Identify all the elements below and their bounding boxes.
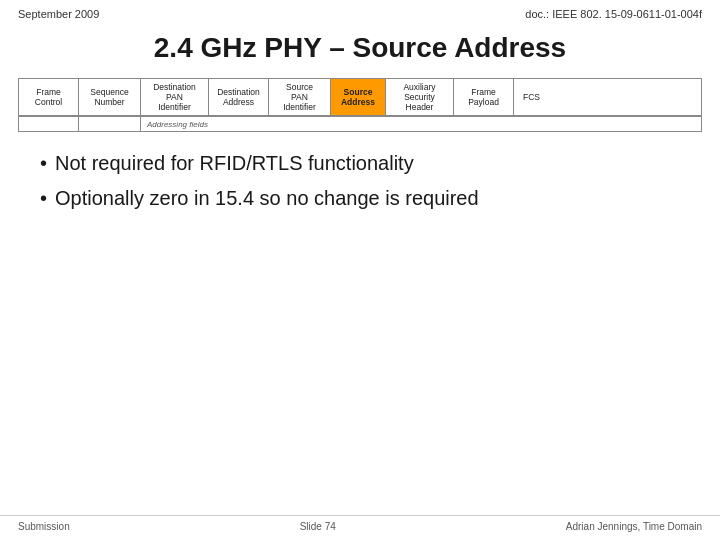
frame-cell-destination-address: DestinationAddress (209, 79, 269, 115)
header-right: doc.: IEEE 802. 15-09-0611-01-004f (525, 8, 702, 20)
bullet-dot-1: • (40, 185, 47, 212)
bullet-dot-0: • (40, 150, 47, 177)
footer-center: Slide 74 (300, 521, 336, 532)
frame-cell-fcs: FCS (514, 79, 549, 115)
frame-cell-frame-control: FrameControl (19, 79, 79, 115)
frame-cell-aux-security-header: AuxiliarySecurityHeader (386, 79, 454, 115)
frame-cell-frame-payload: FramePayload (454, 79, 514, 115)
addressing-row: Addressing fields (19, 116, 701, 131)
frame-cell-source-pan-id: SourcePANIdentifier (269, 79, 331, 115)
bullet-text-1: Optionally zero in 15.4 so no change is … (55, 185, 479, 212)
frame-main-row: FrameControlSequenceNumberDestinationPAN… (19, 79, 701, 116)
frame-cell-sequence-number: SequenceNumber (79, 79, 141, 115)
header: September 2009 doc.: IEEE 802. 15-09-061… (0, 0, 720, 24)
footer: Submission Slide 74 Adrian Jennings, Tim… (0, 515, 720, 532)
bullet-text-0: Not required for RFID/RTLS functionality (55, 150, 414, 177)
addressing-label: Addressing fields (141, 118, 701, 131)
footer-right: Adrian Jennings, Time Domain (566, 521, 702, 532)
frame-diagram: FrameControlSequenceNumberDestinationPAN… (18, 78, 702, 132)
page-title: 2.4 GHz PHY – Source Address (0, 32, 720, 64)
header-left: September 2009 (18, 8, 99, 20)
frame-cell-source-address: SourceAddress (331, 79, 386, 115)
bullet-item-1: •Optionally zero in 15.4 so no change is… (40, 185, 690, 212)
bullet-list: •Not required for RFID/RTLS functionalit… (40, 150, 690, 212)
frame-cell-destination-pan-id: DestinationPANIdentifier (141, 79, 209, 115)
footer-left: Submission (18, 521, 70, 532)
bullet-item-0: •Not required for RFID/RTLS functionalit… (40, 150, 690, 177)
